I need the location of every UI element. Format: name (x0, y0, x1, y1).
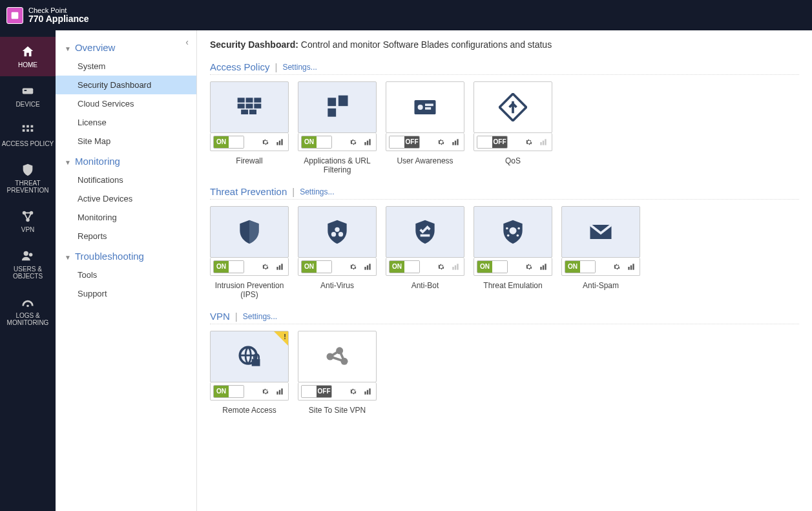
toggle-apps[interactable]: ON (301, 136, 332, 149)
subnav-item-notifications[interactable]: Notifications (56, 171, 196, 189)
nav-threat-prevention[interactable]: THREAT PREVENTION (0, 155, 56, 202)
subnav-item-support[interactable]: Support (56, 284, 196, 303)
stats-icon[interactable] (537, 136, 549, 148)
settings-link-vpn[interactable]: Settings... (243, 312, 277, 321)
blade-controls: ON (298, 258, 377, 276)
blade-icon-area[interactable] (298, 206, 377, 258)
blade-icon-area[interactable] (386, 81, 464, 133)
nav-vpn[interactable]: VPN (0, 202, 56, 241)
blade-icon-area[interactable] (210, 81, 289, 133)
qos-icon (499, 93, 527, 121)
home-icon (1, 45, 54, 59)
gear-icon[interactable] (260, 261, 271, 273)
gear-icon[interactable] (523, 136, 535, 148)
subnav-item-monitoring[interactable]: Monitoring (56, 208, 196, 227)
stats-icon[interactable] (537, 261, 549, 273)
toggle-s2s[interactable]: OFF (301, 385, 332, 398)
shield-bio-icon (323, 218, 351, 246)
gear-icon[interactable] (611, 261, 623, 273)
stats-icon[interactable] (450, 136, 461, 148)
gear-icon[interactable] (348, 136, 359, 148)
gear-icon[interactable] (260, 136, 271, 148)
subnav-group-monitoring[interactable]: ▼Monitoring (56, 152, 196, 171)
chevron-down-icon: ▼ (65, 254, 71, 261)
gear-icon[interactable] (260, 386, 271, 397)
blade-controls: ON (561, 258, 640, 276)
idcard-icon (411, 93, 439, 121)
subnav-item-license[interactable]: License (56, 113, 196, 132)
blade-icon-area[interactable] (474, 206, 552, 258)
settings-link-threat-prevention[interactable]: Settings... (300, 187, 334, 196)
subnav-item-security-dashboard[interactable]: Security Dashboard (56, 76, 196, 94)
toggle-as[interactable]: ON (565, 260, 596, 273)
apps-icon (323, 93, 351, 121)
subnav-item-reports[interactable]: Reports (56, 227, 196, 245)
blade-icon-area[interactable] (298, 331, 377, 382)
toggle-firewall[interactable]: ON (213, 136, 244, 149)
page-subtitle: Control and monitor Software Blades conf… (301, 39, 552, 50)
settings-link-access-policy[interactable]: Settings... (282, 63, 317, 72)
firewall-icon (235, 93, 264, 121)
toggle-qos[interactable]: OFF (477, 136, 508, 149)
collapse-subnav-icon[interactable]: ‹ (185, 37, 189, 47)
nav-users-objects[interactable]: USERS & OBJECTS (0, 241, 56, 287)
blade-icon-area[interactable] (561, 206, 640, 258)
gear-icon[interactable] (348, 386, 359, 397)
blade-controls: OFF (386, 133, 464, 151)
blade-label: Anti-Bot (386, 281, 464, 299)
blade-label: Anti-Spam (561, 281, 640, 299)
blade-controls: ON (210, 133, 289, 151)
stats-icon[interactable] (362, 136, 373, 148)
nav-logs-monitoring[interactable]: LOGS & MONITORING (0, 287, 56, 334)
gear-icon[interactable] (435, 136, 447, 148)
stats-icon[interactable] (362, 386, 373, 397)
blade-card-as: ON Anti-Spam (561, 206, 640, 299)
blade-icon-area[interactable] (210, 331, 289, 382)
gear-icon[interactable] (348, 261, 359, 273)
nav-device[interactable]: DEVICE (0, 76, 56, 116)
subnav-item-active-devices[interactable]: Active Devices (56, 189, 196, 208)
blade-controls: ON (210, 382, 289, 401)
subnav-item-site-map[interactable]: Site Map (56, 132, 196, 151)
subnav-item-cloud-services[interactable]: Cloud Services (56, 94, 196, 113)
blade-icon-area[interactable] (298, 81, 377, 133)
toggle-user-aware[interactable]: OFF (389, 136, 420, 149)
gear-icon[interactable] (435, 261, 447, 273)
blade-icon-area[interactable] (210, 206, 289, 258)
subnav-group-overview[interactable]: ▼Overview (56, 38, 196, 57)
stats-icon[interactable] (362, 261, 373, 273)
sub-nav: ‹ ▼OverviewSystemSecurity DashboardCloud… (56, 30, 197, 511)
subnav-item-system[interactable]: System (56, 57, 196, 76)
nodes-icon (323, 342, 351, 371)
brand-text: Check Point 770 Appliance (28, 6, 89, 24)
toggle-te[interactable]: ON (477, 260, 508, 273)
toggle-ab[interactable]: ON (389, 260, 420, 273)
device-icon (1, 84, 54, 98)
blade-card-s2s: OFF Site To Site VPN (298, 331, 377, 424)
blade-controls: OFF (474, 133, 552, 151)
toggle-ips[interactable]: ON (213, 260, 244, 273)
blade-label: Anti-Virus (298, 281, 377, 299)
toggle-av[interactable]: ON (301, 260, 332, 273)
content-area: Security Dashboard: Control and monitor … (197, 30, 812, 511)
blade-label: Intrusion Prevention (IPS) (210, 281, 289, 299)
shield-bot-icon (411, 218, 439, 246)
stats-icon[interactable] (625, 261, 637, 273)
page-title: Security Dashboard: (210, 39, 298, 50)
stats-icon[interactable] (274, 386, 286, 397)
gear-icon[interactable] (523, 261, 535, 273)
blade-icon-area[interactable] (474, 81, 552, 133)
shield-half-icon (235, 218, 264, 246)
stats-icon[interactable] (450, 261, 461, 273)
stats-icon[interactable] (274, 136, 286, 148)
section-title: VPN (210, 311, 230, 322)
nav-home[interactable]: HOME (0, 37, 56, 76)
subnav-item-tools[interactable]: Tools (56, 266, 196, 284)
toggle-ra[interactable]: ON (213, 385, 244, 398)
blade-icon-area[interactable] (386, 206, 464, 258)
blade-controls: ON (210, 258, 289, 276)
blade-controls: ON (386, 258, 464, 276)
subnav-group-troubleshooting[interactable]: ▼Troubleshooting (56, 247, 196, 266)
nav-access-policy[interactable]: ACCESS POLICY (0, 116, 56, 155)
stats-icon[interactable] (274, 261, 286, 273)
